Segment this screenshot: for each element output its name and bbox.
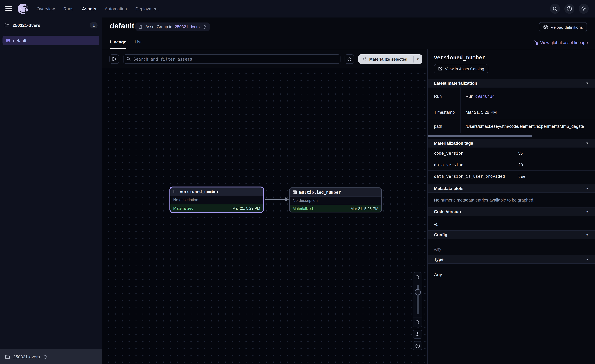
nav-item-assets[interactable]: Assets <box>82 6 96 11</box>
tab-lineage[interactable]: Lineage <box>110 39 126 49</box>
sidebar-group-row[interactable]: 250321-dvers 1 <box>0 17 102 33</box>
materialize-selected-button[interactable]: Materialize selected ▼ <box>358 54 422 64</box>
asset-group-chip: Asset Group in 250321-dvers <box>135 22 210 31</box>
top-nav: Overview Runs Assets Automation Deployme… <box>0 0 595 17</box>
nav-item-automation[interactable]: Automation <box>105 6 127 11</box>
zoom-out-button[interactable] <box>413 317 422 327</box>
run-id-link[interactable]: c9a40434 <box>475 94 495 98</box>
table-row-timestamp: Timestamp Mar 21, 5:29 PM <box>428 105 595 119</box>
zoom-group <box>413 272 422 327</box>
asset-node-versioned-number[interactable]: versioned_number No description Material… <box>170 187 264 213</box>
zoom-in-icon <box>415 275 420 280</box>
asset-node-status-bar: Materialized Mar 21, 5:25 PM <box>290 205 381 212</box>
sidebar-group-count-badge: 1 <box>90 22 98 28</box>
hamburger-menu-icon[interactable] <box>5 6 12 11</box>
page-title: default <box>110 21 134 30</box>
expand-panel-button[interactable] <box>109 54 119 64</box>
external-link-icon <box>438 67 442 71</box>
tab-bar: Lineage List <box>110 39 142 49</box>
lineage-toolbar: Materialize selected ▼ <box>102 49 427 68</box>
tag-key: data_version_is_user_provided <box>428 171 514 182</box>
view-global-asset-lineage-link[interactable]: View global asset lineage <box>533 40 588 45</box>
materialized-status: Materialized <box>173 206 193 210</box>
chip-group-link[interactable]: 250321-dvers <box>175 24 200 29</box>
section-latest-materialization[interactable]: Latest materialization ▼ <box>428 79 595 87</box>
refresh-icon[interactable] <box>43 355 47 359</box>
tag-key: data_version <box>428 159 514 170</box>
section-code-version[interactable]: Code Version ▼ <box>428 207 595 216</box>
chevron-down-icon: ▼ <box>586 258 589 261</box>
reload-definitions-label: Reload definitions <box>550 25 583 29</box>
asset-group-icon <box>139 25 143 29</box>
section-title: Config <box>434 232 447 237</box>
tab-list[interactable]: List <box>135 39 142 49</box>
graph-settings-button[interactable] <box>413 330 422 339</box>
page-header: default Asset Group in 250321-dvers Relo… <box>102 17 595 49</box>
row-value: Run c9a40434 <box>460 87 595 105</box>
table-row-path: path /Users/smackesey/stm/code/elementl/… <box>428 119 595 133</box>
lineage-canvas[interactable]: versioned_number No description Material… <box>102 68 427 364</box>
section-title: Metadata plots <box>434 186 464 191</box>
tag-key: code_version <box>428 147 514 159</box>
panel-toggle-icon <box>112 56 117 62</box>
tag-row: code_version v5 <box>428 147 595 159</box>
section-metadata-plots[interactable]: Metadata plots ▼ <box>428 184 595 193</box>
table-row-run: Run Run c9a40434 <box>428 87 595 105</box>
asset-node-multiplied-number[interactable]: multiplied_number No description Materia… <box>289 188 382 212</box>
section-type[interactable]: Type ▼ <box>428 255 595 264</box>
chevron-down-icon: ▼ <box>586 141 589 145</box>
materialize-dropdown-caret[interactable]: ▼ <box>414 54 422 64</box>
nav-item-runs[interactable]: Runs <box>63 6 73 11</box>
row-label: Timestamp <box>428 105 460 119</box>
asset-detail-title: versioned_number <box>434 54 589 61</box>
search-input[interactable] <box>123 54 340 64</box>
refresh-icon[interactable] <box>202 25 206 29</box>
metadata-plots-empty-text: No numeric metadata entries available to… <box>434 198 589 203</box>
asset-node-name: versioned_number <box>180 189 219 194</box>
section-title: Materialization tags <box>434 141 473 146</box>
refresh-icon <box>347 57 352 61</box>
nav-item-deployment[interactable]: Deployment <box>135 6 159 11</box>
help-icon[interactable] <box>564 4 574 14</box>
asset-detail-panel: versioned_number View in Asset Catalog L… <box>427 49 595 364</box>
reload-definitions-button[interactable]: Reload definitions <box>539 22 587 32</box>
settings-gear-icon[interactable] <box>579 4 589 14</box>
path-link[interactable]: /Users/smackesey/stm/code/elementl/exper… <box>466 124 584 129</box>
chevron-down-icon: ▼ <box>586 233 589 236</box>
sidebar-item-default[interactable]: default <box>2 36 99 45</box>
materialize-sparkle-icon <box>362 57 367 61</box>
dagster-logo-icon[interactable] <box>17 3 28 14</box>
section-materialization-tags[interactable]: Materialization tags ▼ <box>428 139 595 147</box>
section-title: Latest materialization <box>434 81 477 85</box>
chip-prefix: Asset Group in <box>145 24 172 29</box>
tag-value: true <box>514 171 595 182</box>
zoom-in-button[interactable] <box>413 273 422 282</box>
settings-gear-icon <box>415 332 420 336</box>
horizontal-scrollbar[interactable] <box>428 135 532 137</box>
table-icon <box>173 189 177 194</box>
asset-node-description: No description <box>170 196 263 204</box>
chevron-down-icon: ▼ <box>586 81 589 85</box>
tag-row: data_version 20 <box>428 159 595 171</box>
lineage-graph-icon <box>533 40 538 45</box>
config-value: Any <box>434 247 589 252</box>
asset-node-header: multiplied_number <box>290 188 381 196</box>
zoom-slider-handle[interactable] <box>414 289 421 295</box>
view-in-asset-catalog-button[interactable]: View in Asset Catalog <box>434 64 488 73</box>
dagster-app: Overview Runs Assets Automation Deployme… <box>0 0 595 364</box>
asset-group-icon <box>6 38 10 43</box>
code-location-footer[interactable]: 250321-dvers <box>0 349 102 364</box>
refresh-graph-button[interactable] <box>345 54 354 64</box>
zoom-slider[interactable] <box>413 282 422 317</box>
nav-items: Overview Runs Assets Automation Deployme… <box>36 6 159 11</box>
section-title: Type <box>434 257 444 262</box>
download-icon <box>415 343 420 348</box>
search-icon[interactable] <box>550 4 560 14</box>
materialize-selected-main[interactable]: Materialize selected <box>358 54 413 64</box>
materialize-selected-label: Materialize selected <box>369 57 407 61</box>
nav-item-overview[interactable]: Overview <box>36 6 55 11</box>
search-icon <box>126 56 131 61</box>
asset-node-header: versioned_number <box>170 188 263 196</box>
section-config[interactable]: Config ▼ <box>428 230 595 239</box>
download-image-button[interactable] <box>413 341 422 350</box>
